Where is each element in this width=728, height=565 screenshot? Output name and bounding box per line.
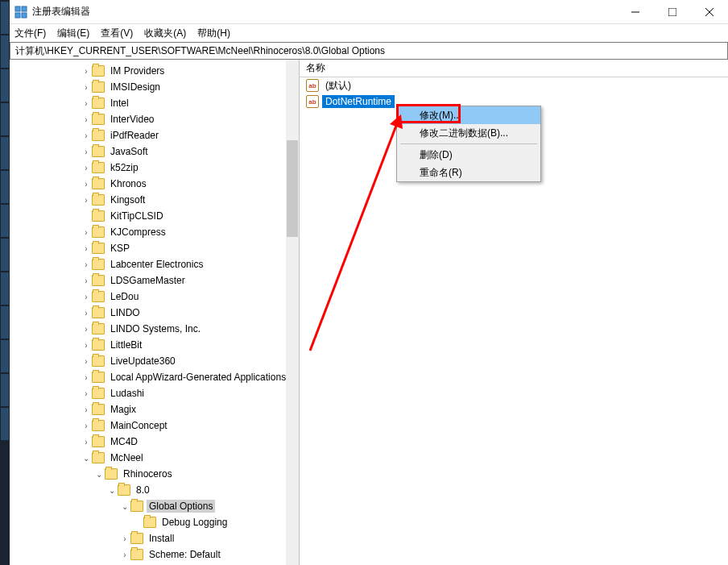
tree-item[interactable]: ›MainConcept xyxy=(10,418,299,434)
tree-item[interactable]: ›LINDO xyxy=(10,305,299,321)
folder-icon xyxy=(92,178,105,189)
folder-icon xyxy=(92,291,105,302)
tree-item[interactable]: ›IM Providers xyxy=(10,63,299,79)
tree-item-label: Debug Logging xyxy=(159,516,230,529)
tree-scrollbar[interactable] xyxy=(286,60,299,565)
expand-icon[interactable]: › xyxy=(81,67,92,76)
expand-icon[interactable]: › xyxy=(81,325,92,334)
tree-item[interactable]: Debug Logging xyxy=(10,514,299,530)
tree-item[interactable]: ›KSP xyxy=(10,240,299,256)
expand-icon[interactable]: › xyxy=(81,260,92,269)
folder-icon xyxy=(92,130,105,141)
expand-icon[interactable]: › xyxy=(81,196,92,205)
tree-item[interactable]: ›k52zip xyxy=(10,160,299,176)
tree-item[interactable]: ⌄Rhinoceros xyxy=(10,466,299,482)
collapse-icon[interactable]: ⌄ xyxy=(106,486,118,495)
tree-item[interactable]: ›LDSGameMaster xyxy=(10,272,299,289)
tree-item-label: LDSGameMaster xyxy=(108,274,188,287)
tree-item[interactable]: ›Install xyxy=(10,530,299,546)
expand-icon[interactable]: › xyxy=(119,550,130,559)
expand-icon[interactable]: › xyxy=(81,99,92,108)
expand-icon[interactable]: › xyxy=(81,405,92,414)
tree-item[interactable]: ›Local AppWizard-Generated Applications xyxy=(10,369,299,385)
tree-item[interactable]: ›LeDou xyxy=(10,289,299,305)
expand-icon[interactable]: › xyxy=(119,534,130,543)
expand-icon[interactable]: › xyxy=(81,131,92,140)
expand-icon[interactable]: › xyxy=(81,438,92,447)
folder-icon xyxy=(118,484,130,496)
scrollbar-thumb[interactable] xyxy=(287,140,298,237)
tree-item-label: Local AppWizard-Generated Applications xyxy=(108,371,288,384)
window-title: 注册表编辑器 xyxy=(32,5,90,19)
tree-item[interactable]: ›Magix xyxy=(10,401,299,418)
tree-item[interactable]: ›Intel xyxy=(10,95,299,111)
expand-icon[interactable]: › xyxy=(81,357,92,366)
tree-item[interactable]: ›Khronos xyxy=(10,176,299,192)
tree-item[interactable]: ›JavaSoft xyxy=(10,143,299,160)
folder-icon xyxy=(92,259,105,270)
tree-item[interactable]: ⌄Global Options xyxy=(10,498,299,514)
expand-icon[interactable]: › xyxy=(81,83,92,92)
tree-item-label: LiveUpdate360 xyxy=(108,355,178,368)
expand-icon[interactable]: › xyxy=(81,115,92,124)
menu-item-modify-binary[interactable]: 修改二进制数据(B)... xyxy=(397,124,540,142)
column-header-name[interactable]: 名称 xyxy=(300,60,728,77)
folder-icon xyxy=(92,372,105,383)
tree-item[interactable]: ›LiveUpdate360 xyxy=(10,353,299,369)
close-button[interactable] xyxy=(691,0,728,24)
collapse-icon[interactable]: ⌄ xyxy=(81,454,92,463)
folder-icon xyxy=(130,501,143,512)
expand-icon[interactable]: › xyxy=(81,389,92,398)
tree-pane[interactable]: ›IM Providers›IMSIDesign›Intel›InterVide… xyxy=(10,60,300,565)
folder-icon xyxy=(130,533,143,544)
expand-icon[interactable]: › xyxy=(81,244,92,253)
collapse-icon[interactable]: ⌄ xyxy=(119,502,130,511)
expand-icon[interactable]: › xyxy=(81,293,92,301)
collapse-icon[interactable]: ⌄ xyxy=(93,470,105,479)
expand-icon[interactable]: › xyxy=(81,164,92,172)
expand-icon[interactable]: › xyxy=(81,341,92,350)
tree-item[interactable]: ›KJCompress xyxy=(10,224,299,240)
tree-item[interactable]: ›Kingsoft xyxy=(10,192,299,208)
menu-edit[interactable]: 编辑(E) xyxy=(57,27,89,40)
menu-help[interactable]: 帮助(H) xyxy=(197,27,230,40)
tree-item[interactable]: ›MC4D xyxy=(10,434,299,450)
folder-icon xyxy=(92,65,105,77)
expand-icon[interactable]: › xyxy=(81,422,92,430)
expand-icon[interactable]: › xyxy=(81,180,92,189)
menubar: 文件(F) 编辑(E) 查看(V) 收藏夹(A) 帮助(H) xyxy=(10,24,728,42)
tree-item[interactable]: KitTipCLSID xyxy=(10,208,299,224)
folder-icon xyxy=(92,436,105,447)
tree-item-label: Khronos xyxy=(108,177,149,190)
folder-icon xyxy=(92,355,105,367)
string-value-icon: ab xyxy=(306,95,319,108)
tree-item[interactable]: ›Ludashi xyxy=(10,385,299,401)
tree-item[interactable]: ›InterVideo xyxy=(10,111,299,127)
expand-icon[interactable]: › xyxy=(81,309,92,318)
address-bar[interactable]: 计算机\HKEY_CURRENT_USER\SOFTWARE\McNeel\Rh… xyxy=(10,42,728,60)
tree-item[interactable]: ›LittleBit xyxy=(10,337,299,353)
expand-icon[interactable]: › xyxy=(81,228,92,237)
menu-file[interactable]: 文件(F) xyxy=(14,27,46,40)
menu-view[interactable]: 查看(V) xyxy=(101,27,133,40)
expand-icon[interactable]: › xyxy=(81,373,92,382)
tree-item[interactable]: ⌄McNeel xyxy=(10,450,299,466)
tree-item[interactable]: ›iPdfReader xyxy=(10,127,299,143)
tree-item[interactable]: ⌄8.0 xyxy=(10,482,299,498)
expand-icon[interactable]: › xyxy=(81,147,92,156)
svg-rect-2 xyxy=(15,13,20,18)
tree-item-label: MainConcept xyxy=(108,419,170,432)
tree-item[interactable]: ›LINDO Systems, Inc. xyxy=(10,321,299,337)
maximize-button[interactable] xyxy=(654,0,691,24)
menu-item-rename[interactable]: 重命名(R) xyxy=(397,164,540,181)
minimize-button[interactable] xyxy=(617,0,654,24)
menu-separator xyxy=(400,143,537,144)
expand-icon[interactable]: › xyxy=(81,276,92,285)
tree-item[interactable]: ›Labcenter Electronics xyxy=(10,256,299,272)
tree-item[interactable]: ›IMSIDesign xyxy=(10,79,299,95)
menu-favorites[interactable]: 收藏夹(A) xyxy=(144,27,186,40)
tree-item[interactable]: ›Scheme: Default xyxy=(10,546,299,563)
menu-item-modify[interactable]: 修改(M)... xyxy=(397,106,540,124)
value-row[interactable]: ab(默认) xyxy=(300,77,728,93)
menu-item-delete[interactable]: 删除(D) xyxy=(397,146,540,164)
